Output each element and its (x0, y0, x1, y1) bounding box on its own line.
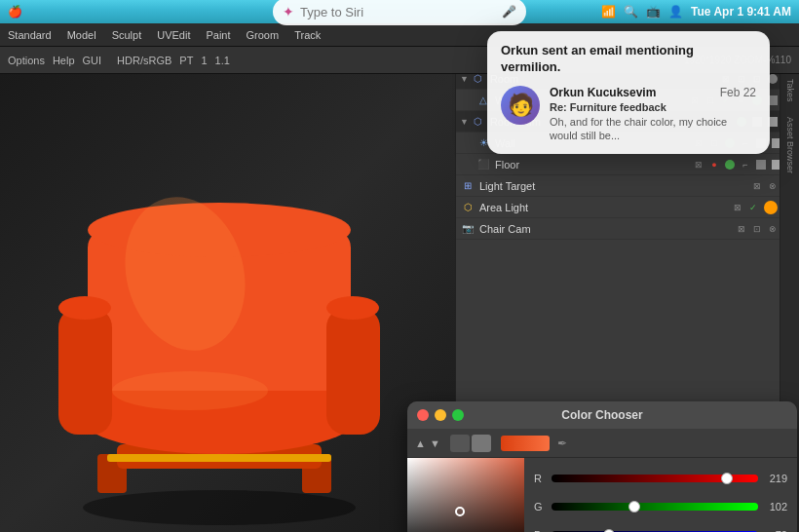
toolbar-track[interactable]: Track (294, 29, 321, 41)
red-thumb[interactable] (721, 473, 733, 484)
al-color (764, 201, 778, 214)
avatar-emoji: 🧑 (508, 93, 534, 118)
green-thumb[interactable] (628, 501, 640, 513)
menubar-right: 📶 🔍 📺 👤 Tue Apr 1 9:41 AM (601, 5, 791, 19)
notification-popup: Orkun sent an email mentioning vermilion… (487, 31, 770, 154)
svg-rect-8 (58, 308, 112, 435)
cc-up-arrow[interactable]: ▲ (415, 437, 426, 449)
siri-icon: ✦ (283, 4, 294, 19)
apple-icon: 🍎 (8, 5, 22, 19)
floor-corner[interactable]: ⌐ (739, 158, 752, 171)
microphone-icon: 🎤 (502, 5, 516, 19)
minimize-button[interactable] (435, 409, 446, 421)
al-check[interactable]: ✓ (746, 201, 760, 214)
color-sliders: R 219 G 102 B 72 (524, 458, 797, 532)
floor-vis[interactable]: ⊠ (692, 158, 705, 171)
menubar: 🍎 ✦ 🎤 📶 🔍 📺 👤 Tue Apr 1 9:41 AM (0, 0, 799, 23)
red-slider-row: R 219 (534, 473, 787, 484)
cc-target[interactable]: ⊗ (766, 222, 780, 236)
svg-rect-9 (326, 308, 380, 435)
arealight-icon: ⬡ (460, 200, 476, 215)
toolbar-groom[interactable]: Groom (247, 29, 280, 41)
cc-eyedropper-icon[interactable]: ✒ (557, 437, 567, 450)
lt-vis[interactable]: ⊠ (750, 179, 764, 193)
target-icon: ⊞ (460, 178, 476, 194)
toolbar-model[interactable]: Model (67, 29, 96, 41)
cc-view-options (450, 435, 491, 452)
cc-grid-view[interactable] (450, 435, 470, 452)
user-avatar-icon: 👤 (668, 5, 683, 19)
floor-label: Floor (491, 159, 692, 171)
floor-dot[interactable]: ● (707, 158, 721, 171)
notification-sender-row: Orkun Kucuksevim Feb 22 (550, 86, 756, 99)
viewport-3d[interactable] (0, 74, 458, 532)
outliner-chair-cam[interactable]: 📷 Chair Cam ⊠ ⊡ ⊗ ⊘ (456, 218, 799, 240)
green-value: 102 (764, 501, 787, 513)
svg-rect-14 (107, 454, 331, 462)
green-track[interactable] (552, 503, 758, 511)
al-vis[interactable]: ⊠ (731, 201, 744, 214)
outliner-area-light[interactable]: ⬡ Area Light ⊠ ✓ (456, 197, 799, 218)
menubar-left: 🍎 (8, 5, 22, 19)
notification-sender-name: Orkun Kucuksevim (550, 86, 656, 99)
notification-title: Orkun sent an email mentioning vermilion… (501, 43, 756, 76)
svg-point-10 (58, 296, 111, 320)
notification-body: 🧑 Orkun Kucuksevim Feb 22 Re: Furniture … (501, 86, 756, 143)
color-chooser-body: R 219 G 102 B 72 (407, 458, 797, 532)
siri-bar[interactable]: ✦ 🎤 (273, 0, 526, 25)
expand2-icon[interactable]: ▼ (460, 117, 469, 127)
color-chooser-toolbar: ▲ ▼ ✒ (407, 429, 797, 458)
search-icon: 🔍 (624, 5, 638, 19)
toolbar-standard[interactable]: Standard (8, 29, 52, 41)
floor-green (725, 160, 735, 170)
cc-down-arrow[interactable]: ▼ (430, 437, 440, 449)
red-track[interactable] (552, 475, 758, 482)
swatch-cursor (455, 507, 465, 516)
expand-icon[interactable]: ▼ (460, 74, 469, 84)
cast-icon: 📺 (646, 5, 661, 19)
cc-list-view[interactable] (472, 435, 491, 452)
svg-point-0 (83, 490, 356, 525)
menubar-time: Tue Apr 1 9:41 AM (691, 5, 791, 19)
lt-target[interactable]: ⊗ (766, 179, 780, 193)
toolbar2-value2[interactable]: 1.1 (215, 55, 230, 66)
color-chooser-title: Color Chooser (561, 408, 642, 422)
color-chooser-titlebar: Color Chooser (407, 401, 797, 429)
cc-color-preview (501, 436, 550, 451)
svg-point-11 (326, 296, 379, 320)
chair-render (10, 103, 429, 532)
maximize-button[interactable] (452, 409, 464, 421)
wifi-icon: 📶 (601, 5, 616, 19)
close-button[interactable] (417, 409, 429, 421)
toolbar2-colorspace-selector[interactable]: HDR/sRGB (117, 55, 171, 66)
vtab-takes[interactable]: Takes (783, 73, 797, 108)
notification-preview: Oh, and for the chair color, my choice w… (550, 115, 756, 143)
color-swatch-picker[interactable] (407, 458, 524, 532)
vtab-asset-browser[interactable]: Asset Browser (783, 111, 797, 179)
swatch-dark-overlay (407, 458, 524, 532)
outliner-floor[interactable]: ⬛ Floor ⊠ ● ⌐ (456, 154, 799, 175)
scene2-icon: ⬡ (471, 114, 486, 130)
green-slider-row: G 102 (534, 501, 787, 513)
toolbar2-value1[interactable]: 1 (201, 55, 207, 66)
red-value: 219 (764, 473, 787, 484)
toolbar-sculpt[interactable]: Sculpt (112, 29, 142, 41)
notification-content: Orkun Kucuksevim Feb 22 Re: Furniture fe… (550, 86, 756, 143)
light-target-label: Light Target (476, 180, 750, 192)
cc-vis[interactable]: ⊠ (735, 222, 748, 236)
toolbar2-gui[interactable]: GUI (83, 55, 102, 66)
siri-text-input[interactable] (300, 5, 496, 19)
outliner-light-target[interactable]: ⊞ Light Target ⊠ ⊗ ⌐ (456, 175, 799, 197)
color-chooser-window: Color Chooser ▲ ▼ ✒ R 219 G (407, 401, 797, 532)
notification-subject: Re: Furniture feedback (550, 101, 756, 113)
notification-date: Feb 22 (720, 86, 756, 99)
siri-input-container[interactable]: ✦ 🎤 (273, 0, 526, 25)
toolbar-paint[interactable]: Paint (206, 29, 230, 41)
toolbar2-help[interactable]: Help (53, 55, 75, 66)
toolbar2-render-selector[interactable]: PT (179, 55, 193, 66)
cc-render[interactable]: ⊡ (750, 222, 764, 236)
toolbar-uvedit[interactable]: UVEdit (157, 29, 190, 41)
toolbar2-options[interactable]: Options (8, 55, 45, 66)
area-light-label: Area Light (476, 202, 731, 213)
camera-icon: 📷 (460, 221, 476, 237)
